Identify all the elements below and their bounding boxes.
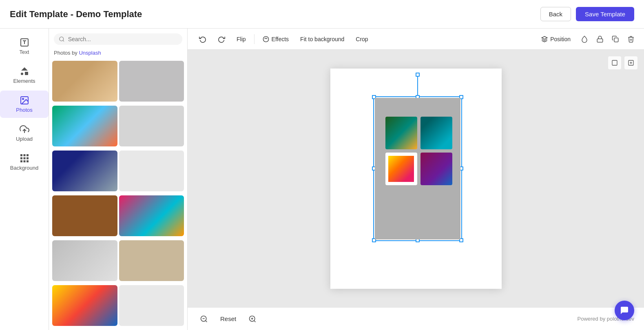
rotation-line <box>417 74 418 96</box>
back-button[interactable]: Back <box>540 7 571 21</box>
svg-point-18 <box>263 36 268 42</box>
reset-button[interactable]: Reset <box>215 313 241 325</box>
photo-item[interactable] <box>119 240 184 281</box>
svg-line-17 <box>63 40 64 42</box>
flip-button[interactable]: Flip <box>232 33 251 45</box>
collage-grid <box>379 110 459 192</box>
fill-icon-button[interactable] <box>578 33 591 46</box>
save-template-button[interactable]: Save Template <box>576 7 634 21</box>
redo-button[interactable] <box>213 33 230 45</box>
sidebar-item-label: Photos <box>16 107 32 113</box>
svg-line-27 <box>206 320 207 322</box>
photo-panel: Photos by Unsplash <box>49 29 188 330</box>
search-wrapper <box>54 33 182 45</box>
svg-rect-7 <box>20 154 22 156</box>
art-item-2 <box>420 117 452 149</box>
lock-button[interactable] <box>593 33 606 46</box>
photo-item[interactable] <box>119 151 184 191</box>
art-item-1 <box>385 117 417 149</box>
photo-item[interactable] <box>119 285 184 326</box>
svg-rect-20 <box>597 39 603 42</box>
fit-to-background-button[interactable]: Fit to background <box>295 33 349 45</box>
header: Edit Template - Demo Template Back Save … <box>0 0 644 29</box>
photo-item[interactable] <box>52 285 117 326</box>
photo-item[interactable] <box>52 151 117 191</box>
undo-button[interactable] <box>194 33 211 45</box>
duplicate-button[interactable] <box>609 33 622 46</box>
sidebar-item-background[interactable]: Background <box>0 148 49 176</box>
svg-rect-22 <box>612 60 617 65</box>
fill-icon <box>581 35 588 43</box>
zoom-out-icon <box>200 315 208 323</box>
delete-icon <box>627 35 635 43</box>
sidebar-item-label: Elements <box>13 78 35 84</box>
add-page-button[interactable] <box>624 56 637 69</box>
art-item-4 <box>420 153 452 185</box>
rotation-handle[interactable] <box>416 73 420 77</box>
add-icon <box>628 60 634 66</box>
sidebar-item-label: Background <box>10 165 38 171</box>
delete-button[interactable] <box>624 33 637 46</box>
search-area <box>49 29 187 47</box>
undo-icon <box>199 35 206 43</box>
page-title: Edit Template - Demo Template <box>10 9 142 20</box>
layers-icon <box>541 36 548 42</box>
photo-grid <box>49 59 187 330</box>
svg-point-1 <box>21 73 23 75</box>
selection-box[interactable] <box>373 96 462 241</box>
zoom-out-button[interactable] <box>197 312 210 326</box>
chat-button[interactable] <box>615 301 634 320</box>
svg-rect-9 <box>27 154 29 156</box>
effects-button[interactable]: Effects <box>258 33 294 45</box>
svg-rect-2 <box>25 72 28 75</box>
toolbar-right: Position <box>536 33 637 46</box>
background-icon <box>20 153 29 163</box>
photo-item[interactable] <box>119 195 184 236</box>
svg-rect-12 <box>27 157 29 159</box>
zoom-controls: Reset <box>197 312 259 326</box>
photos-by-label: Photos by Unsplash <box>49 47 187 59</box>
photo-item[interactable] <box>52 61 117 102</box>
redo-icon <box>218 35 225 43</box>
effects-icon <box>263 36 269 42</box>
sidebar-item-label: Upload <box>16 136 33 142</box>
photo-item[interactable] <box>52 240 117 281</box>
zoom-in-button[interactable] <box>246 312 259 326</box>
sidebar-item-photos[interactable]: Photos <box>0 91 49 118</box>
toolbar: Flip Effects Fit to background Crop Posi… <box>188 29 644 50</box>
search-input[interactable] <box>68 36 177 42</box>
photo-item[interactable] <box>119 61 184 102</box>
canvas-container <box>188 50 644 307</box>
sidebar-item-text[interactable]: Text <box>0 33 49 60</box>
bottom-toolbar: Reset Powered by polotno.dev <box>188 307 644 330</box>
photos-icon <box>20 95 29 105</box>
crop-button[interactable]: Crop <box>351 33 373 45</box>
zoom-in-icon <box>248 315 257 323</box>
editor-area: Flip Effects Fit to background Crop Posi… <box>188 29 644 330</box>
sidebar: Text Elements Photos Upload Background <box>0 29 49 330</box>
duplicate-icon <box>612 35 619 43</box>
chat-icon <box>620 306 629 315</box>
svg-rect-8 <box>23 154 25 156</box>
photo-item[interactable] <box>119 106 184 146</box>
photo-item[interactable] <box>52 195 117 236</box>
position-button[interactable]: Position <box>536 33 575 45</box>
svg-rect-10 <box>20 157 22 159</box>
svg-rect-15 <box>27 160 29 162</box>
svg-point-16 <box>60 37 64 41</box>
canvas-corner-icons <box>608 56 637 69</box>
collage-background <box>375 98 460 239</box>
svg-marker-19 <box>542 36 547 39</box>
sidebar-item-upload[interactable]: Upload <box>0 120 49 147</box>
photo-item[interactable] <box>52 106 117 146</box>
resize-icon-button[interactable] <box>608 56 621 69</box>
search-icon <box>59 36 65 42</box>
main-layout: Text Elements Photos Upload Background P <box>0 29 644 330</box>
lock-icon <box>596 35 604 43</box>
svg-rect-14 <box>23 160 25 162</box>
unsplash-link[interactable]: Unsplash <box>79 50 101 56</box>
resize-icon <box>611 60 618 66</box>
text-icon <box>20 38 29 47</box>
sidebar-item-elements[interactable]: Elements <box>0 62 49 89</box>
svg-rect-21 <box>614 38 618 42</box>
